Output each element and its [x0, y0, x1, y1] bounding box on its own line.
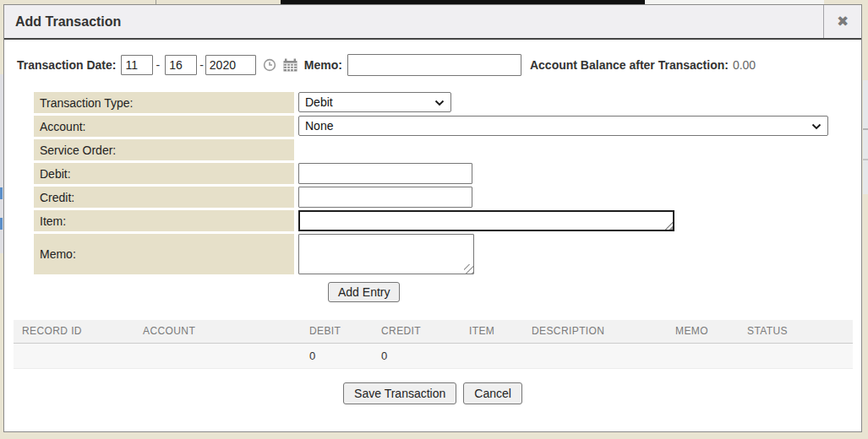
- close-icon: ✖: [837, 14, 849, 29]
- background-link-fragment: [0, 187, 3, 199]
- account-label: Account:: [34, 116, 294, 137]
- col-record-id: RECORD ID: [14, 320, 134, 343]
- calendar-icon[interactable]: [283, 58, 298, 72]
- form-row-memo: Memo:: [34, 234, 861, 274]
- col-credit: CREDIT: [373, 320, 461, 343]
- col-description: DESCRIPTION: [523, 320, 667, 343]
- account-select[interactable]: None: [298, 116, 828, 136]
- dialog-footer: Save Transaction Cancel: [4, 382, 861, 404]
- entry-form: Transaction Type: Debit Account: None: [34, 92, 861, 302]
- top-memo-input[interactable]: [347, 54, 521, 76]
- form-row-account: Account: None: [34, 116, 861, 137]
- background-page-fragment: [863, 80, 868, 194]
- account-balance: Account Balance after Transaction:0.00: [530, 58, 756, 72]
- account-balance-value: 0.00: [733, 58, 756, 72]
- clock-icon[interactable]: [263, 58, 276, 72]
- form-row-credit: Credit:: [34, 187, 861, 208]
- col-memo: MEMO: [667, 320, 739, 343]
- transaction-type-label: Transaction Type:: [34, 92, 294, 113]
- dialog-title: Add Transaction: [4, 14, 823, 30]
- totals-item: [461, 343, 523, 368]
- account-balance-label: Account Balance after Transaction:: [530, 58, 729, 72]
- totals-row: 0 0: [14, 343, 853, 368]
- chevron-down-icon: [811, 119, 822, 133]
- col-item: ITEM: [461, 320, 523, 343]
- totals-debit: 0: [301, 343, 373, 368]
- form-row-transaction-type: Transaction Type: Debit: [34, 92, 861, 113]
- cancel-button[interactable]: Cancel: [463, 382, 522, 404]
- top-memo-label: Memo:: [304, 58, 342, 72]
- entries-table: RECORD ID ACCOUNT DEBIT CREDIT ITEM DESC…: [14, 320, 853, 369]
- close-button[interactable]: ✖: [823, 5, 861, 38]
- background-page-fragment: [863, 159, 868, 160]
- chevron-down-icon: [434, 95, 445, 109]
- save-transaction-button[interactable]: Save Transaction: [343, 382, 456, 404]
- debit-label: Debit:: [34, 163, 294, 184]
- totals-memo: [667, 343, 739, 368]
- service-order-label: Service Order:: [34, 139, 294, 160]
- totals-record-id: [14, 343, 134, 368]
- col-status: STATUS: [739, 320, 853, 343]
- date-month-input[interactable]: [121, 55, 153, 75]
- totals-status: [739, 343, 853, 368]
- date-day-input[interactable]: [165, 55, 197, 75]
- col-account: ACCOUNT: [134, 320, 301, 343]
- background-link-fragment: [0, 218, 3, 230]
- background-page-fragment: [863, 128, 868, 130]
- credit-input[interactable]: [298, 187, 472, 208]
- memo-label: Memo:: [34, 234, 294, 274]
- transaction-date-row: Transaction Date: - -: [4, 40, 861, 76]
- date-separator: -: [156, 58, 160, 72]
- totals-description: [523, 343, 667, 368]
- item-label: Item:: [34, 210, 294, 231]
- form-row-service-order: Service Order:: [34, 139, 861, 160]
- col-debit: DEBIT: [301, 320, 373, 343]
- totals-credit: 0: [373, 343, 461, 368]
- form-row-item: Item:: [34, 210, 861, 231]
- dialog-header: Add Transaction ✖: [4, 5, 861, 40]
- debit-input[interactable]: [298, 163, 472, 184]
- transaction-date-label: Transaction Date:: [17, 58, 116, 72]
- totals-account: [134, 343, 301, 368]
- form-row-debit: Debit:: [34, 163, 861, 184]
- date-year-input[interactable]: [205, 55, 256, 75]
- credit-label: Credit:: [34, 187, 294, 208]
- transaction-type-value: Debit: [305, 95, 333, 109]
- date-separator: -: [199, 58, 204, 72]
- memo-textarea[interactable]: [298, 234, 474, 274]
- add-entry-button[interactable]: Add Entry: [328, 282, 400, 302]
- account-value: None: [305, 119, 333, 133]
- item-input[interactable]: [298, 210, 674, 231]
- add-transaction-dialog: Add Transaction ✖ Transaction Date: - -: [3, 4, 862, 432]
- entries-header-row: RECORD ID ACCOUNT DEBIT CREDIT ITEM DESC…: [14, 320, 853, 343]
- transaction-type-select[interactable]: Debit: [298, 92, 451, 112]
